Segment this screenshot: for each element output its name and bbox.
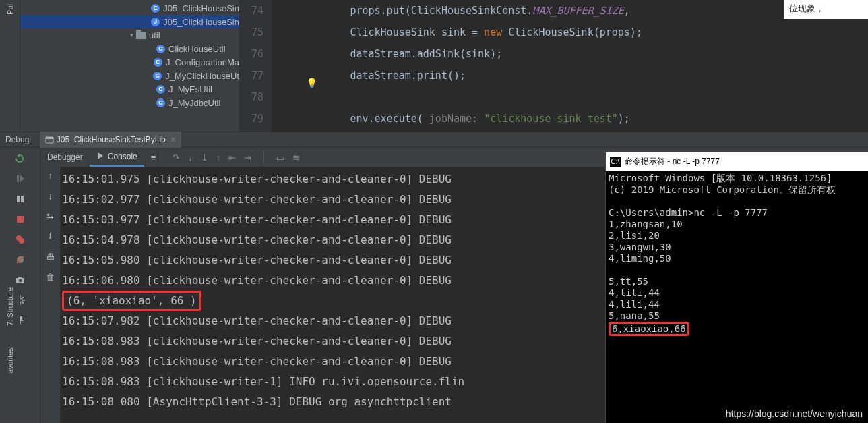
class-icon: C [153,72,162,80]
console-nav-column: ↑ ↓ ⇆ ⤓ 🖶 🗑 [40,167,61,423]
evaluate-icon[interactable]: ▭ [276,152,284,163]
mute-breakpoints-icon[interactable] [15,254,26,265]
tab-debugger[interactable]: Debugger [40,148,90,167]
tree-item[interactable]: CJ_ConfigurationMa [20,55,239,69]
project-tree[interactable]: CJ05_ClickHouseSinJJ05_ClickHouseSinutil… [20,0,239,132]
tree-item[interactable]: util [20,28,239,42]
debug-run-config-tab[interactable]: J05_ClickHouseSinkTestByLib × [40,132,181,148]
step-into-icon[interactable]: ↓ [188,152,193,163]
folder-icon [136,32,146,39]
tree-item[interactable]: CJ_MyEsUtil [20,82,239,96]
down-arrow-icon[interactable]: ↓ [48,191,53,201]
scroll-end-icon[interactable]: ⤓ [46,231,54,242]
close-icon[interactable]: × [171,135,176,144]
play-icon [96,152,105,161]
debug-header: Debug: J05_ClickHouseSinkTestByLib × [0,132,868,148]
class-icon: C [154,58,162,67]
rerun-icon[interactable] [15,153,26,164]
class-icon: J [151,18,160,26]
svg-rect-4 [21,196,24,202]
code-editor[interactable]: 747576777879 props.put(ClickHouseSinkCon… [239,0,868,132]
step-over-icon[interactable]: ↷ [173,152,180,163]
favorites-tab[interactable]: avorites [6,343,14,378]
pause-icon[interactable] [15,194,26,204]
run-config-icon [45,136,54,144]
cmd-titlebar[interactable]: C:\ 命令提示符 - nc -L -p 7777 [606,152,868,171]
threads-icon[interactable]: ≡ [151,152,156,163]
class-icon: C [156,45,165,53]
class-icon: C [156,98,165,107]
left-gutter-bar-lower: 7: Structure avorites [0,283,20,423]
up-arrow-icon[interactable]: ↑ [48,171,53,181]
svg-rect-1 [46,137,53,139]
code-area[interactable]: props.put(ClickHouseSinkConst.MAX_BUFFER… [272,0,642,132]
svg-rect-3 [17,196,20,202]
highlighted-cmd-line: 6,xiaoxiao,66 [609,322,689,336]
highlighted-output: (6, 'xiaoxiao', 66 ) [62,291,202,311]
class-icon: C [151,4,160,13]
stop-icon[interactable] [15,214,26,225]
svg-rect-5 [17,216,24,223]
resume-icon[interactable] [15,173,26,184]
intention-bulb-icon[interactable]: 💡 [306,78,317,88]
annotation-box: 位现象， [784,0,868,19]
watermark: https://blog.csdn.net/wenyichuan [726,408,863,419]
cmd-icon: C:\ [610,157,621,167]
tree-item[interactable]: JJ05_ClickHouseSin [20,15,239,28]
tree-item[interactable]: CJ_MyJdbcUtil [20,96,239,109]
svg-rect-2 [17,175,19,182]
soft-wrap-icon[interactable]: ⇆ [46,211,54,221]
tab-console[interactable]: Console [90,148,144,167]
clear-icon[interactable]: 🗑 [46,272,55,282]
step-out-icon[interactable]: ↑ [216,152,221,163]
tree-item[interactable]: CJ_MyClickHouseUt [20,69,239,82]
structure-tab[interactable]: 7: Structure [6,283,14,330]
cmd-body[interactable]: Microsoft Windows [版本 10.0.18363.1256] (… [606,171,868,337]
svg-line-19 [22,302,24,304]
left-gutter-bar: Pul [0,0,20,132]
run-to-cursor-icon[interactable]: ⇥ [244,152,251,163]
force-step-into-icon[interactable]: ⤓ [201,152,208,163]
debug-label: Debug: [5,135,32,144]
drop-frame-icon[interactable]: ⇤ [228,152,236,163]
svg-point-12 [18,279,21,282]
class-icon: C [156,85,165,94]
svg-point-7 [19,238,24,244]
tree-item[interactable]: CClickHouseUtil [20,42,239,55]
line-gutter: 747576777879 [239,0,272,132]
trace-icon[interactable]: ≋ [292,152,300,163]
tree-item[interactable]: CJ05_ClickHouseSin [20,1,239,15]
print-icon[interactable]: 🖶 [46,252,55,262]
cmd-window: C:\ 命令提示符 - nc -L -p 7777 Microsoft Wind… [605,152,868,423]
svg-line-21 [22,297,24,298]
pull-requests-tab[interactable]: Pul [6,0,14,19]
view-breakpoints-icon[interactable] [15,234,26,245]
svg-rect-11 [18,277,22,279]
